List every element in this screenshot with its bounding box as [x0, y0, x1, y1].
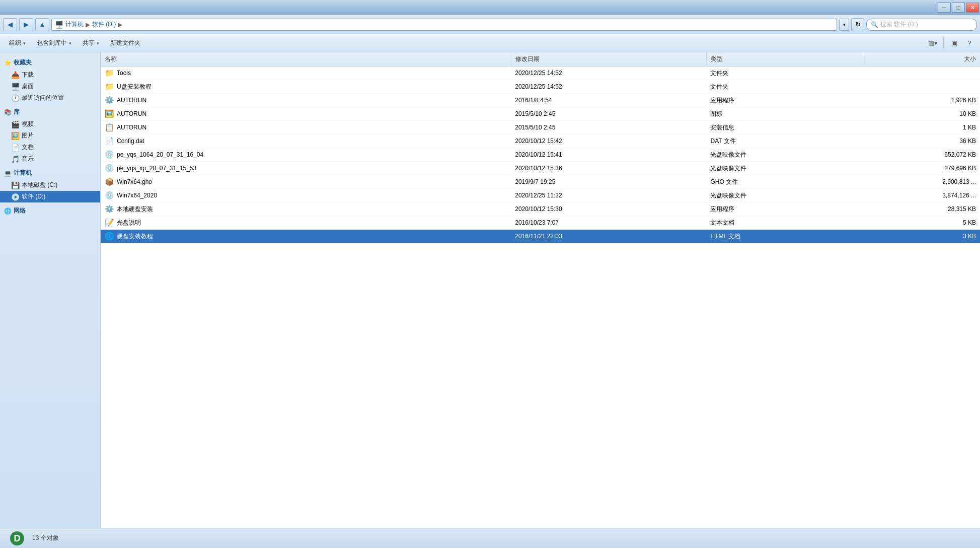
- file-name-cell: 📄 Config.dat: [101, 134, 511, 148]
- recent-label: 最近访问的位置: [22, 94, 64, 102]
- view-options-button[interactable]: ▦▾: [926, 37, 939, 50]
- share-dropdown-arrow: ▾: [97, 41, 99, 46]
- file-modified: 2016/1/8 4:54: [511, 94, 706, 107]
- organize-dropdown-arrow: ▾: [23, 41, 26, 46]
- file-name-cell: 📝 光盘说明: [101, 216, 511, 230]
- pictures-label: 图片: [22, 131, 34, 140]
- up-button[interactable]: ▲: [35, 18, 49, 31]
- file-modified: 2020/10/12 15:30: [511, 202, 706, 216]
- file-name: 硬盘安装教程: [117, 232, 153, 241]
- sidebar-item-recent[interactable]: 🕐 最近访问的位置: [0, 92, 100, 104]
- sidebar-section-computer: 💻 计算机 💾 本地磁盘 (C:) 💿 软件 (D:): [0, 167, 100, 202]
- refresh-button[interactable]: ↻: [851, 18, 864, 31]
- file-modified: 2020/10/12 15:42: [511, 134, 706, 148]
- file-type: 文本文档: [706, 216, 863, 230]
- sidebar-item-pictures[interactable]: 🖼️ 图片: [0, 130, 100, 142]
- software-d-label: 软件 (D:): [22, 192, 45, 201]
- search-icon: 🔍: [871, 21, 878, 28]
- local-c-label: 本地磁盘 (C:): [22, 181, 57, 189]
- sidebar-header-network[interactable]: 🌐 网络: [0, 204, 100, 217]
- table-row[interactable]: 💿 pe_yqs_xp_20_07_31_15_53 2020/10/12 15…: [101, 162, 980, 175]
- file-name-cell: 💿 pe_yqs_1064_20_07_31_16_04: [101, 148, 511, 162]
- sidebar-item-video[interactable]: 🎬 视频: [0, 118, 100, 130]
- table-row[interactable]: ⚙️ AUTORUN 2016/1/8 4:54 应用程序 1,926 KB: [101, 94, 980, 107]
- include-library-label: 包含到库中: [37, 39, 67, 47]
- file-size: 3,874,126 ...: [863, 189, 980, 202]
- computer-header-icon: 💻: [4, 170, 12, 177]
- file-name: Tools: [117, 70, 131, 77]
- table-row[interactable]: 📝 光盘说明 2016/10/23 7:07 文本文档 5 KB: [101, 216, 980, 230]
- table-row[interactable]: 💿 Win7x64_2020 2020/12/25 11:32 光盘映像文件 3…: [101, 189, 980, 202]
- video-icon: 🎬: [11, 120, 19, 128]
- table-row[interactable]: ⚙️ 本地硬盘安装 2020/10/12 15:30 应用程序 28,315 K…: [101, 202, 980, 216]
- sidebar-item-documents[interactable]: 📄 文档: [0, 142, 100, 153]
- file-type: GHO 文件: [706, 175, 863, 189]
- file-modified: 2020/10/12 15:41: [511, 148, 706, 162]
- table-row[interactable]: 📦 Win7x64.gho 2019/9/7 19:25 GHO 文件 2,90…: [101, 175, 980, 189]
- new-folder-button[interactable]: 新建文件夹: [105, 36, 145, 50]
- breadcrumb-computer[interactable]: 计算机: [65, 20, 84, 29]
- file-modified: 2015/5/10 2:45: [511, 121, 706, 134]
- table-row[interactable]: 📋 AUTORUN 2015/5/10 2:45 安装信息 1 KB: [101, 121, 980, 134]
- forward-button[interactable]: ▶: [19, 18, 33, 31]
- search-box[interactable]: 🔍 搜索 软件 (D:): [866, 19, 977, 31]
- file-name-cell: ⚙️ AUTORUN: [101, 94, 511, 107]
- search-placeholder: 搜索 软件 (D:): [880, 20, 918, 29]
- table-row[interactable]: 🖼️ AUTORUN 2015/5/10 2:45 图标 10 KB: [101, 107, 980, 121]
- share-button[interactable]: 共享 ▾: [78, 36, 104, 50]
- sidebar-header-computer[interactable]: 💻 计算机: [0, 167, 100, 179]
- file-modified: 2020/10/12 15:36: [511, 162, 706, 175]
- file-size: 28,315 KB: [863, 202, 980, 216]
- include-library-button[interactable]: 包含到库中 ▾: [32, 36, 77, 50]
- library-label: 库: [14, 108, 20, 116]
- sidebar-item-downloads[interactable]: 📥 下载: [0, 69, 100, 81]
- file-icon: 📁: [105, 68, 114, 78]
- file-name: Win7x64.gho: [117, 178, 152, 185]
- file-name-cell: 📁 U盘安装教程: [101, 80, 511, 94]
- sidebar-item-local-c[interactable]: 💾 本地磁盘 (C:): [0, 179, 100, 191]
- desktop-label: 桌面: [22, 82, 34, 91]
- back-button[interactable]: ◀: [3, 18, 17, 31]
- file-size: 652,072 KB: [863, 148, 980, 162]
- sidebar-item-software-d[interactable]: 💿 软件 (D:): [0, 191, 100, 202]
- minimize-button[interactable]: ─: [938, 3, 951, 13]
- table-row[interactable]: 📄 Config.dat 2020/10/12 15:42 DAT 文件 36 …: [101, 134, 980, 148]
- maximize-button[interactable]: □: [952, 3, 965, 13]
- column-header-modified[interactable]: 修改日期: [511, 52, 706, 66]
- toolbar-separator: [943, 38, 944, 49]
- file-name: 本地硬盘安装: [117, 205, 153, 214]
- column-header-size[interactable]: 大小: [863, 52, 980, 66]
- table-row[interactable]: 📁 U盘安装教程 2020/12/25 14:52 文件夹: [101, 80, 980, 94]
- software-d-icon: 💿: [11, 193, 19, 201]
- table-row[interactable]: 🌐 硬盘安装教程 2016/11/21 22:03 HTML 文档 3 KB: [101, 230, 980, 243]
- file-size: 3 KB: [863, 230, 980, 243]
- address-dropdown[interactable]: ▾: [839, 19, 849, 31]
- library-icon: 📚: [4, 109, 12, 116]
- help-button[interactable]: ?: [963, 37, 976, 50]
- close-button[interactable]: ✕: [966, 3, 979, 13]
- documents-icon: 📄: [11, 144, 19, 152]
- main-layout: ⭐ 收藏夹 📥 下载 🖥️ 桌面 🕐 最近访问的位置 📚 库: [0, 52, 980, 528]
- sidebar-header-favorites[interactable]: ⭐ 收藏夹: [0, 56, 100, 69]
- table-header-row: 名称 修改日期 类型 大小: [101, 52, 980, 66]
- status-count-text: 13 个对象: [32, 534, 59, 542]
- file-name: AUTORUN: [117, 124, 146, 131]
- sidebar-item-music[interactable]: 🎵 音乐: [0, 153, 100, 165]
- status-app-icon: D: [8, 529, 26, 547]
- library-dropdown-arrow: ▾: [69, 41, 71, 46]
- sidebar-header-library[interactable]: 📚 库: [0, 106, 100, 118]
- table-row[interactable]: 📁 Tools 2020/12/25 14:52 文件夹: [101, 66, 980, 80]
- toolbar-right: ▦▾ ▣ ?: [926, 37, 976, 50]
- breadcrumb-drive[interactable]: 软件 (D:): [92, 20, 116, 29]
- file-name-cell: 📦 Win7x64.gho: [101, 175, 511, 189]
- documents-label: 文档: [22, 143, 34, 152]
- table-row[interactable]: 💿 pe_yqs_1064_20_07_31_16_04 2020/10/12 …: [101, 148, 980, 162]
- file-size: [863, 66, 980, 80]
- column-header-name[interactable]: 名称: [101, 52, 511, 66]
- share-label: 共享: [83, 39, 95, 47]
- file-type: 应用程序: [706, 202, 863, 216]
- column-header-type[interactable]: 类型: [706, 52, 863, 66]
- sidebar-item-desktop[interactable]: 🖥️ 桌面: [0, 81, 100, 92]
- preview-pane-button[interactable]: ▣: [948, 37, 961, 50]
- organize-button[interactable]: 组织 ▾: [4, 36, 31, 50]
